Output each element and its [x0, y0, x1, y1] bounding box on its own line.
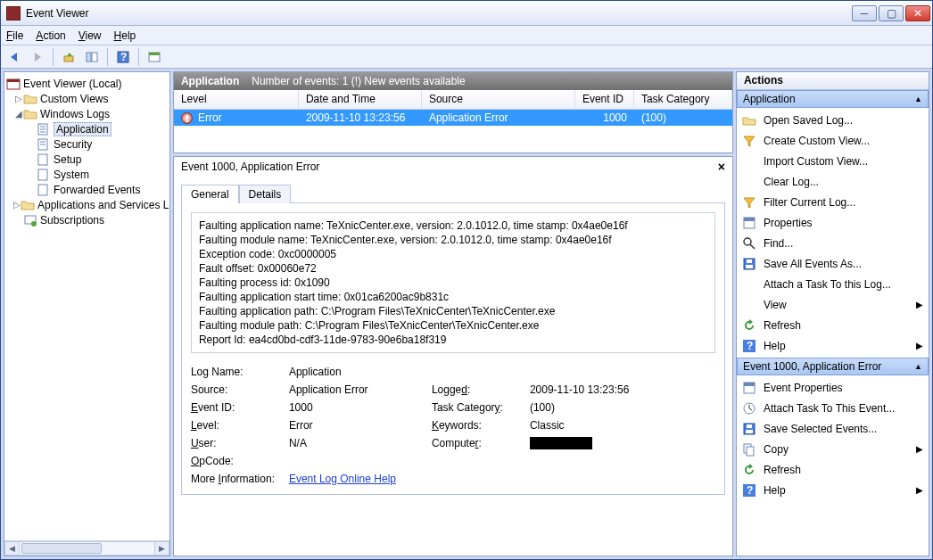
- help-icon: ?: [742, 483, 756, 498]
- action-import-custom-view[interactable]: Import Custom View...: [737, 151, 929, 171]
- action-refresh[interactable]: Refresh: [737, 315, 929, 335]
- action-help-2[interactable]: ?Help▶: [737, 480, 929, 500]
- expand-icon[interactable]: ▷: [13, 94, 23, 103]
- menu-help[interactable]: Help: [114, 29, 136, 42]
- col-source[interactable]: Source: [422, 90, 575, 109]
- svg-rect-22: [744, 218, 755, 221]
- copy-icon: [742, 442, 756, 457]
- close-detail-button[interactable]: ×: [718, 160, 725, 174]
- action-open-saved-log[interactable]: Open Saved Log...: [737, 110, 929, 130]
- tab-general[interactable]: General: [181, 185, 239, 203]
- folder-icon: [23, 92, 37, 106]
- scroll-right-button[interactable]: ▶: [154, 541, 169, 556]
- col-eventid[interactable]: Event ID: [575, 90, 634, 109]
- up-button[interactable]: [59, 47, 78, 67]
- svg-rect-17: [38, 169, 47, 180]
- action-copy[interactable]: Copy▶: [737, 439, 929, 459]
- col-taskcat[interactable]: Task Category: [634, 90, 732, 109]
- event-properties-grid: Log Name:Application Source:Application …: [191, 366, 715, 485]
- expand-icon[interactable]: ▷: [13, 200, 21, 210]
- tree-forwarded[interactable]: Forwarded Events: [6, 182, 168, 197]
- online-help-link[interactable]: Event Log Online Help: [289, 473, 396, 485]
- action-find[interactable]: Find...: [737, 233, 929, 253]
- svg-text:?: ?: [747, 484, 753, 497]
- tree-apps-services[interactable]: ▷ Applications and Services Lo: [6, 197, 168, 212]
- minimize-button[interactable]: ─: [852, 5, 877, 21]
- detail-title: Event 1000, Application Error: [181, 161, 319, 173]
- col-level[interactable]: Level: [174, 90, 299, 109]
- menu-view[interactable]: View: [78, 29, 102, 42]
- menu-action[interactable]: Action: [36, 29, 65, 42]
- computer-label: Computer:: [432, 437, 530, 449]
- tree-security[interactable]: Security: [6, 136, 168, 152]
- svg-rect-6: [149, 53, 160, 55]
- action-save-all-events[interactable]: Save All Events As...: [737, 253, 929, 274]
- titlebar[interactable]: Event Viewer ─ ▢ ✕: [1, 1, 932, 26]
- svg-line-24: [750, 244, 755, 249]
- forward-button[interactable]: [28, 47, 47, 67]
- col-date[interactable]: Date and Time: [299, 90, 422, 109]
- event-viewer-window: Event Viewer ─ ▢ ✕ File Action View Help…: [0, 0, 933, 560]
- collapse-icon: ▲: [914, 362, 922, 371]
- submenu-arrow-icon: ▶: [916, 341, 923, 350]
- tree-subscriptions[interactable]: Subscriptions: [6, 212, 168, 227]
- level-label: Level:: [191, 419, 289, 432]
- action-create-custom-view[interactable]: Create Custom View...: [737, 130, 929, 151]
- tree-setup[interactable]: Setup: [6, 152, 168, 167]
- action-attach-task-log[interactable]: Attach a Task To this Log...: [737, 274, 929, 294]
- event-row[interactable]: Error 2009-11-10 13:23:56 Application Er…: [174, 110, 732, 126]
- tab-details[interactable]: Details: [239, 185, 292, 203]
- svg-rect-16: [38, 154, 47, 165]
- scroll-left-button[interactable]: ◀: [4, 541, 20, 556]
- svg-rect-27: [747, 259, 752, 263]
- action-clear-log[interactable]: Clear Log...: [737, 171, 929, 192]
- action-view[interactable]: View▶: [737, 294, 929, 315]
- grid-header: Application Number of events: 1 (!) New …: [174, 72, 732, 90]
- back-button[interactable]: [4, 47, 24, 67]
- submenu-arrow-icon: ▶: [916, 485, 923, 495]
- menubar: File Action View Help: [1, 26, 932, 45]
- action-save-selected[interactable]: Save Selected Events...: [737, 418, 929, 439]
- eventid-label: Event ID:: [191, 401, 289, 414]
- action-refresh-2[interactable]: Refresh: [737, 459, 929, 480]
- close-button[interactable]: ✕: [905, 5, 930, 21]
- menu-file[interactable]: File: [6, 29, 23, 42]
- action-filter-log[interactable]: Filter Current Log...: [737, 192, 929, 212]
- action-properties[interactable]: Properties: [737, 212, 929, 233]
- actions-section-application[interactable]: Application▲: [737, 90, 929, 108]
- tree-application[interactable]: Application: [6, 121, 168, 136]
- find-icon: [742, 236, 756, 251]
- event-detail-panel: Event 1000, Application Error × General …: [173, 156, 733, 556]
- svg-rect-36: [746, 430, 753, 433]
- folder-open-icon: [742, 113, 756, 128]
- show-hide-tree-button[interactable]: [82, 47, 102, 67]
- properties-icon: [742, 381, 756, 395]
- svg-rect-0: [64, 56, 73, 62]
- event-viewer-icon: [6, 77, 21, 91]
- action-event-properties[interactable]: Event Properties: [737, 377, 929, 398]
- subscriptions-icon: [23, 213, 37, 227]
- maximize-button[interactable]: ▢: [879, 5, 904, 21]
- help-button[interactable]: ?: [113, 47, 133, 67]
- properties-icon: [742, 216, 756, 230]
- save-icon: [742, 257, 756, 271]
- filter-icon: [742, 195, 756, 210]
- svg-text:?: ?: [747, 340, 753, 352]
- folder-icon: [23, 107, 37, 121]
- actions-header: Actions: [737, 72, 929, 90]
- tree-system[interactable]: System: [6, 167, 168, 182]
- tree-scrollbar[interactable]: ◀ ▶: [4, 540, 169, 556]
- svg-point-23: [744, 238, 751, 245]
- actions-section-event[interactable]: Event 1000, Application Error▲: [737, 358, 929, 375]
- action-help[interactable]: ?Help▶: [737, 335, 929, 356]
- tree-custom-views[interactable]: ▷ Custom Views: [6, 91, 168, 106]
- refresh-panel-button[interactable]: [144, 47, 164, 67]
- moreinfo-label: More Information:: [191, 473, 289, 485]
- action-attach-task-event[interactable]: Attach Task To This Event...: [737, 398, 929, 418]
- tree-windows-logs[interactable]: ◢ Windows Logs: [6, 106, 168, 121]
- svg-rect-18: [38, 185, 47, 195]
- user-label: User:: [191, 437, 289, 449]
- tree-root[interactable]: Event Viewer (Local): [6, 76, 168, 91]
- scroll-thumb[interactable]: [21, 543, 102, 554]
- collapse-icon[interactable]: ◢: [13, 109, 23, 119]
